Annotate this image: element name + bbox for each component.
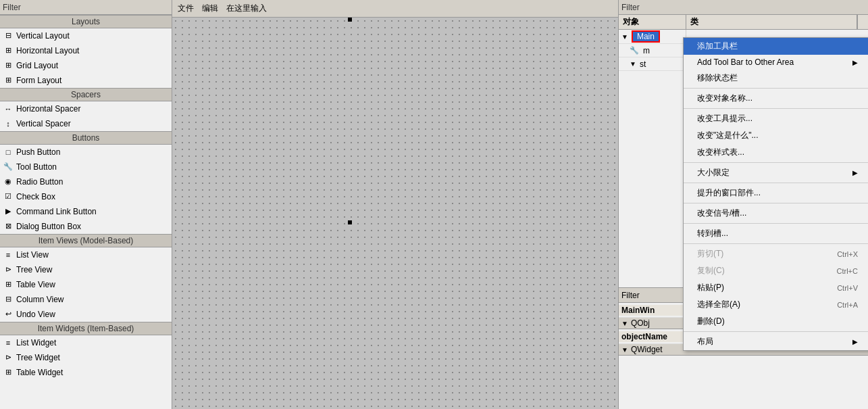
context-menu-item-14[interactable]: 改变信号/槽... <box>684 205 868 222</box>
list-item-label: Vertical Spacer <box>16 119 71 128</box>
context-item-label-21: 选择全部(A) <box>697 299 740 310</box>
list-item-label: Tree Widget <box>16 353 60 362</box>
context-item-shortcut-19: Ctrl+C <box>837 267 858 275</box>
context-menu-item-16[interactable]: 转到槽... <box>684 225 868 242</box>
context-item-label-22: 删除(D) <box>697 316 725 327</box>
list-item-label: Table View <box>16 280 55 289</box>
context-menu-item-21[interactable]: 选择全部(A)Ctrl+A <box>684 296 868 313</box>
context-menu-separator-15 <box>684 223 868 224</box>
context-item-label-12: 提升的窗口部件... <box>697 187 761 199</box>
context-menu-item-1[interactable]: Add Tool Bar to Other Area▶ <box>684 55 868 70</box>
context-menu-item-10[interactable]: 大小限定▶ <box>684 164 868 181</box>
list-item-tool-button[interactable]: 🔧Tool Button <box>0 160 172 174</box>
list-item-label: List Widget <box>16 338 56 347</box>
context-menu-separator-17 <box>684 243 868 244</box>
context-menu-item-20[interactable]: 粘贴(P)Ctrl+V <box>684 279 868 296</box>
list-item-icon: ⊳ <box>3 352 14 363</box>
context-menu-item-2[interactable]: 移除状态栏 <box>684 70 868 87</box>
context-menu-item-19[interactable]: 复制(C)Ctrl+C <box>684 262 868 279</box>
section-header-buttons: Buttons <box>0 131 172 145</box>
list-item-table-view[interactable]: ⊞Table View <box>0 277 172 292</box>
list-item-push-button[interactable]: □Push Button <box>0 145 172 160</box>
context-menu-item-8[interactable]: 改变样式表... <box>684 144 868 161</box>
context-menu-separator-9 <box>684 162 868 163</box>
list-item-undo-view[interactable]: ↩Undo View <box>0 307 172 322</box>
list-item-list-view[interactable]: ≡List View <box>0 247 172 262</box>
main-label: Main <box>632 30 660 43</box>
list-item-dialog-button-box[interactable]: ⊠Dialog Button Box <box>0 219 172 234</box>
list-item-tree-widget[interactable]: ⊳Tree Widget <box>0 350 172 365</box>
left-panel: Filter Layouts⊟Vertical Layout⊞Horizonta… <box>0 0 172 409</box>
context-menu-item-24[interactable]: 布局▶ <box>684 333 868 350</box>
context-menu-item-18[interactable]: 剪切(T)Ctrl+X <box>684 245 868 262</box>
st-label: st <box>640 59 646 69</box>
context-menu-separator-11 <box>684 183 868 183</box>
context-menu-item-6[interactable]: 改变工具提示... <box>684 110 868 127</box>
list-item-vertical-layout[interactable]: ⊟Vertical Layout <box>0 28 172 43</box>
context-menu-separator-13 <box>684 203 868 203</box>
list-item-icon: ⊠ <box>3 221 14 232</box>
context-item-label-19: 复制(C) <box>697 265 725 276</box>
list-item-label: Dialog Button Box <box>16 222 81 231</box>
qobj-label: QObj <box>631 318 650 328</box>
list-item-column-view[interactable]: ⊟Column View <box>0 292 172 307</box>
list-item-icon: ⊟ <box>3 294 14 305</box>
list-item-label: List View <box>16 250 49 260</box>
list-item-icon: ⊞ <box>3 367 14 378</box>
list-item-label: Undo View <box>16 310 55 319</box>
context-item-label-24: 布局 <box>697 336 713 347</box>
list-item-icon: ☑ <box>3 191 14 202</box>
context-menu-item-7[interactable]: 改变"这是什么"... <box>684 127 868 144</box>
list-item-label: Horizontal Spacer <box>16 104 80 114</box>
context-menu-item-22[interactable]: 删除(D) <box>684 313 868 330</box>
left-filter-label: Filter <box>3 3 21 12</box>
menu-file[interactable]: 文件 <box>178 3 194 14</box>
list-item-icon: ⊞ <box>3 75 14 86</box>
section-header-layouts: Layouts <box>0 15 172 28</box>
context-menu-item-4[interactable]: 改变对象名称... <box>684 90 868 107</box>
menu-edit[interactable]: 编辑 <box>202 3 218 14</box>
list-item-label: Horizontal Layout <box>16 46 79 55</box>
context-item-label-1: Add Tool Bar to Other Area <box>697 57 794 67</box>
m-label: m <box>643 46 650 55</box>
list-item-vertical-spacer[interactable]: ↕Vertical Spacer <box>0 116 172 131</box>
list-item-icon: ⊞ <box>3 60 14 71</box>
menu-input[interactable]: 在这里输入 <box>226 3 267 14</box>
list-item-radio-button[interactable]: ◉Radio Button <box>0 174 172 189</box>
prop-objectname-label: objectName <box>619 331 693 342</box>
handle-top <box>348 18 352 22</box>
list-item-list-widget[interactable]: ≡List Widget <box>0 335 172 350</box>
list-item-form-layout[interactable]: ⊞Form Layout <box>0 73 172 88</box>
context-item-label-18: 剪切(T) <box>697 248 723 260</box>
qobj-expand-arrow[interactable]: ▼ <box>621 320 628 327</box>
context-menu-item-12[interactable]: 提升的窗口部件... <box>684 185 868 201</box>
list-item-horizontal-spacer[interactable]: ↔Horizontal Spacer <box>0 101 172 116</box>
col-header-class: 类 <box>686 15 857 29</box>
context-menu-item-0[interactable]: 添加工具栏 <box>684 38 868 55</box>
list-item-grid-layout[interactable]: ⊞Grid Layout <box>0 58 172 73</box>
context-menu: 添加工具栏Add Tool Bar to Other Area▶移除状态栏改变对… <box>683 37 868 351</box>
bottom-mainwin-label: MainWin <box>619 305 693 316</box>
m-icon: 🔧 <box>630 46 639 55</box>
list-item-check-box[interactable]: ☑Check Box <box>0 189 172 204</box>
tree-arrow-main[interactable]: ▼ <box>621 33 628 41</box>
right-top: Filter 对象 类 ▼ Main 🔧 m ▼ st 添加工具栏Add Too… <box>619 0 868 287</box>
list-item-tree-view[interactable]: ⊳Tree View <box>0 262 172 277</box>
qwidget-expand-arrow[interactable]: ▼ <box>621 346 628 354</box>
tree-arrow-st[interactable]: ▼ <box>630 60 636 68</box>
list-item-table-widget[interactable]: ⊞Table Widget <box>0 365 172 380</box>
bottom-section1: MainWin <box>621 306 655 315</box>
context-item-shortcut-18: Ctrl+X <box>837 250 858 258</box>
list-item-horizontal-layout[interactable]: ⊞Horizontal Layout <box>0 43 172 58</box>
list-item-icon: 🔧 <box>3 162 14 172</box>
list-item-command-link-button[interactable]: ▶Command Link Button <box>0 204 172 219</box>
context-item-label-10: 大小限定 <box>697 167 730 178</box>
context-item-arrow-1: ▶ <box>852 59 858 66</box>
right-table-header: 对象 类 <box>619 15 868 30</box>
left-list: Layouts⊟Vertical Layout⊞Horizontal Layou… <box>0 15 172 409</box>
qwidget-label: QWidget <box>631 345 663 354</box>
list-item-icon: ≡ <box>3 249 14 260</box>
list-item-icon: ↩ <box>3 309 14 320</box>
context-item-arrow-24: ▶ <box>852 338 858 345</box>
list-item-label: Command Link Button <box>16 207 97 216</box>
